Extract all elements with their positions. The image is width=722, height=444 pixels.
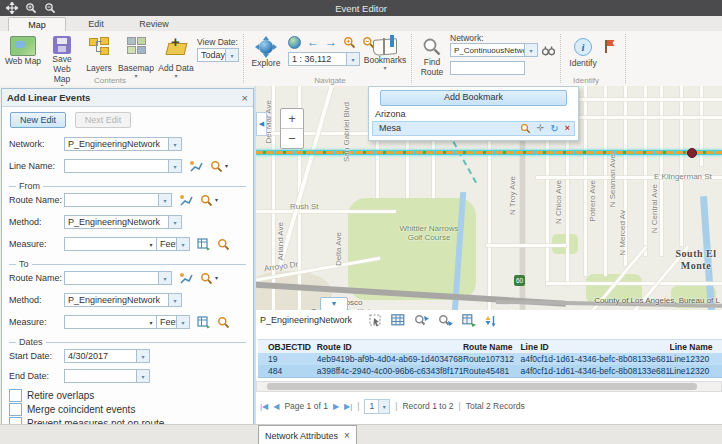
end-date-select[interactable] — [64, 369, 150, 383]
next-extent-icon[interactable] — [325, 37, 337, 48]
panel-network-select[interactable]: P_EngineeringNetwork — [64, 137, 182, 151]
column-header[interactable]: Line Name — [670, 342, 722, 352]
identify-button[interactable]: i Identify — [566, 38, 600, 69]
measure-table-icon[interactable] — [197, 238, 210, 251]
bookmark-zoom-icon[interactable] — [520, 121, 531, 136]
select-records-icon[interactable] — [369, 314, 382, 327]
map-zoom-out-button[interactable]: − — [281, 129, 303, 148]
from-unit-select[interactable]: Feet — [156, 237, 190, 251]
start-date-select[interactable]: 4/30/2017 — [64, 349, 150, 363]
pan-to-selection-icon[interactable] — [438, 314, 453, 327]
to-unit-select[interactable]: Feet — [156, 315, 190, 329]
from-method-select[interactable]: P_EngineeringNetwork — [64, 215, 182, 229]
retire-overlaps-checkbox[interactable] — [9, 389, 22, 402]
previous-extent-icon[interactable] — [307, 37, 319, 48]
column-header[interactable]: Line ID — [520, 342, 669, 352]
explore-icon — [256, 37, 276, 57]
to-measure-label: Measure: — [9, 317, 64, 327]
measure-table-icon[interactable] — [197, 316, 210, 329]
line-name-select[interactable] — [64, 159, 182, 173]
layers-button[interactable]: Layers — [82, 37, 116, 74]
column-header[interactable]: OBJECTID — [258, 342, 317, 352]
tab-edit[interactable]: Edit — [70, 17, 122, 31]
find-route-button[interactable]: Find Route — [416, 37, 448, 78]
poi-label: Whittier Narrows Golf Course — [398, 224, 460, 242]
select-on-map-icon[interactable] — [179, 194, 193, 207]
web-map-button[interactable]: Web Map — [4, 36, 42, 67]
bookmarks-icon — [373, 36, 397, 55]
collapse-panel-arrow[interactable] — [256, 112, 267, 136]
last-page-icon[interactable] — [344, 402, 352, 411]
network-select[interactable]: P_ContinuousNetwork — [450, 43, 538, 57]
scale-select[interactable]: 1 : 36,112 — [288, 52, 360, 66]
binoculars-icon[interactable] — [542, 44, 555, 56]
street-label: N Seaman Ave — [608, 154, 617, 207]
add-data-button[interactable]: Add Data — [156, 37, 196, 78]
switch-selection-icon[interactable] — [462, 314, 476, 327]
close-tab-icon[interactable] — [344, 430, 350, 441]
bookmark-item-mesa[interactable]: Mesa — [372, 121, 575, 136]
select-on-map-icon[interactable] — [179, 272, 193, 285]
close-icon[interactable] — [242, 92, 248, 104]
from-route-name-select[interactable] — [64, 193, 172, 207]
zoom-to-icon[interactable] — [200, 194, 218, 207]
from-method-label: Method: — [9, 217, 64, 227]
tab-map[interactable]: Map — [8, 17, 66, 32]
select-on-map-icon[interactable] — [189, 160, 203, 173]
zoom-to-icon[interactable] — [217, 238, 230, 251]
table-toggle-button[interactable] — [320, 297, 348, 310]
pan-icon[interactable] — [6, 2, 18, 14]
bookmark-delete-icon[interactable] — [565, 121, 570, 136]
merge-coincident-checkbox[interactable] — [9, 403, 22, 416]
view-date-select[interactable]: Today — [197, 48, 239, 62]
street-label: N Merced Av — [618, 210, 627, 256]
tab-review[interactable]: Review — [126, 17, 182, 31]
zoom-in-map-icon[interactable] — [343, 36, 356, 49]
basemap-button[interactable]: Basemap — [116, 37, 156, 78]
next-page-icon[interactable] — [333, 402, 339, 411]
to-method-select[interactable]: P_EngineeringNetwork — [64, 293, 182, 307]
to-route-name-select[interactable] — [64, 271, 172, 285]
bookmark-item-arizona[interactable]: Arizona — [369, 108, 578, 121]
new-edit-button[interactable]: New Edit — [10, 112, 66, 128]
to-measure-combo[interactable] — [64, 315, 156, 329]
chevron-down-icon — [215, 276, 218, 280]
add-data-icon — [165, 37, 187, 55]
table-options-icon[interactable] — [391, 314, 405, 326]
selected-route-line — [256, 150, 722, 155]
chevron-down-icon — [158, 272, 171, 284]
event-editor-app: { "colors": { "titlebar": "#4b4b4e", "ac… — [0, 0, 722, 444]
sort-icon[interactable] — [485, 314, 497, 327]
add-bookmark-button[interactable]: Add Bookmark — [380, 90, 567, 106]
bookmark-pan-icon[interactable] — [537, 121, 545, 136]
zoom-in-icon[interactable] — [25, 2, 37, 14]
table-row[interactable]: 484 a398ff4c-2940-4c00-96b6-c6343f8f1711… — [258, 365, 722, 378]
identify-icon: i — [574, 38, 592, 56]
city-label: South El Monte — [670, 248, 722, 271]
zoom-to-icon[interactable] — [200, 272, 218, 285]
column-header[interactable]: Route ID — [317, 342, 463, 352]
record-range-label: Record 1 to 2 — [402, 401, 453, 411]
zoom-to-selection-icon[interactable] — [414, 314, 429, 327]
bookmark-update-icon[interactable] — [550, 124, 558, 134]
zoom-to-icon[interactable] — [210, 160, 228, 173]
scrollbar-thumb[interactable] — [267, 383, 697, 390]
route-input[interactable] — [450, 61, 525, 75]
page-number-select[interactable]: 1 — [364, 399, 390, 414]
horizontal-scrollbar[interactable] — [256, 381, 722, 392]
map-zoom-in-button[interactable]: + — [281, 109, 303, 129]
column-header[interactable]: Route Name — [463, 342, 521, 352]
previous-page-icon[interactable] — [273, 402, 279, 411]
add-linear-events-panel: Add Linear Events New Edit Next Edit Net… — [1, 88, 254, 433]
map-canvas[interactable]: 60 Del Mar Ave San Gabriel Blvd Rush St … — [256, 86, 722, 310]
explore-button[interactable]: Explore — [248, 37, 284, 69]
first-page-icon[interactable] — [260, 402, 268, 411]
next-edit-button[interactable]: Next Edit — [75, 112, 132, 128]
zoom-to-icon[interactable] — [217, 316, 230, 329]
zoom-out-icon[interactable] — [44, 2, 56, 14]
from-measure-combo[interactable] — [64, 237, 156, 251]
network-attributes-tab[interactable]: Network Attributes — [258, 425, 357, 444]
bookmarks-button[interactable]: Bookmarks — [363, 36, 407, 70]
total-records-label: Total 2 Records — [466, 401, 525, 411]
full-extent-icon[interactable] — [288, 36, 301, 49]
